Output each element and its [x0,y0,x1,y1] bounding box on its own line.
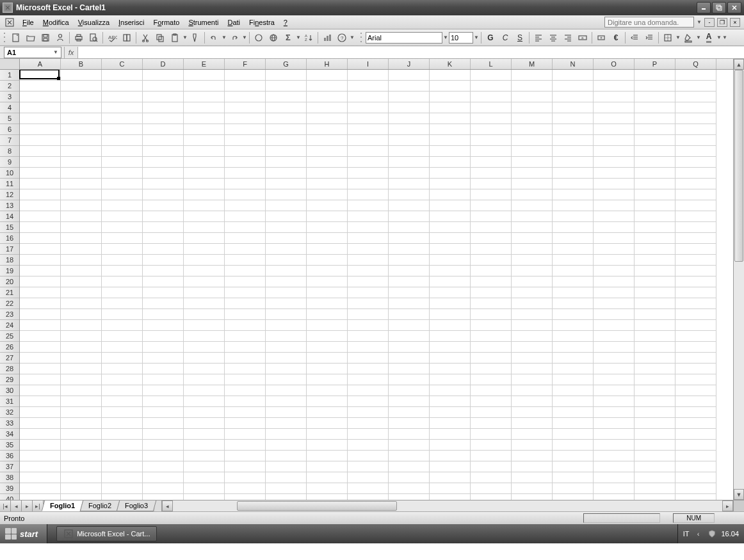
row-header-20[interactable]: 20 [0,276,19,287]
hscroll-track[interactable] [173,500,722,511]
sheet-tab-foglio2[interactable]: Foglio2 [80,500,120,511]
column-header-J[interactable]: J [389,59,430,69]
row-header-33[interactable]: 33 [0,418,19,429]
format-painter-button[interactable] [188,31,202,45]
row-header-11[interactable]: 11 [0,179,19,189]
row-header-7[interactable]: 7 [0,135,19,146]
vertical-scrollbar[interactable]: ▲ ▼ [733,59,744,500]
menu-dati[interactable]: Dati [223,17,245,28]
row-header-14[interactable]: 14 [0,211,19,222]
workbook-icon[interactable] [4,17,15,28]
row-header-23[interactable]: 23 [0,309,19,320]
column-header-D[interactable]: D [143,59,184,69]
column-header-K[interactable]: K [430,59,471,69]
currency-button[interactable] [594,31,608,45]
decrease-indent-button[interactable] [627,31,642,45]
chart-wizard-button[interactable] [320,31,334,45]
tab-nav-prev[interactable]: ◂ [11,500,22,511]
row-header-21[interactable]: 21 [0,287,19,298]
research-button[interactable] [120,31,134,45]
formula-input[interactable] [78,47,744,58]
italic-button[interactable]: C [498,31,512,45]
tray-shield-icon[interactable] [707,529,717,539]
new-button[interactable] [9,31,23,45]
row-header-1[interactable]: 1 [0,70,19,81]
column-header-E[interactable]: E [184,59,225,69]
row-header-15[interactable]: 15 [0,222,19,233]
column-header-N[interactable]: N [553,59,594,69]
autosum-dropdown-icon[interactable]: ▼ [296,35,301,40]
hyperlink-button[interactable] [266,31,280,45]
borders-dropdown-icon[interactable]: ▼ [675,35,681,40]
row-header-38[interactable]: 38 [0,472,19,483]
tray-chevron-icon[interactable]: ‹ [693,529,703,539]
name-box-dropdown-icon[interactable]: ▼ [53,49,58,55]
font-color-button[interactable]: A [702,31,716,45]
formatting-toolbar-grip[interactable] [359,31,363,44]
row-header-10[interactable]: 10 [0,168,19,179]
row-header-6[interactable]: 6 [0,124,19,135]
minimize-button[interactable] [697,2,711,13]
row-header-31[interactable]: 31 [0,396,19,407]
size-dropdown-icon[interactable]: ▼ [474,35,479,40]
row-header-2[interactable]: 2 [0,81,19,92]
bold-button[interactable]: G [483,31,497,45]
column-header-F[interactable]: F [225,59,266,69]
language-indicator[interactable]: IT [683,530,690,538]
row-header-27[interactable]: 27 [0,353,19,364]
name-box[interactable]: A1 ▼ [4,47,61,58]
row-header-26[interactable]: 26 [0,342,19,353]
scroll-right-button[interactable]: ▸ [722,500,733,511]
row-header-25[interactable]: 25 [0,331,19,342]
taskbar-excel-task[interactable]: Microsoft Excel - Cart... [56,526,157,541]
cells-area[interactable] [20,70,733,500]
column-header-Q[interactable]: Q [675,59,716,69]
row-header-24[interactable]: 24 [0,320,19,331]
horizontal-scrollbar[interactable]: ◂ ▸ [161,500,733,511]
menu-strumenti[interactable]: Strumenti [184,17,223,28]
menu-modifica[interactable]: Modifica [38,17,74,28]
column-header-O[interactable]: O [594,59,635,69]
print-preview-button[interactable] [86,31,101,45]
underline-button[interactable]: S [513,31,527,45]
autosum-button[interactable]: Σ [281,31,295,45]
font-name-select[interactable] [366,32,442,44]
row-header-29[interactable]: 29 [0,374,19,385]
redo-button[interactable] [227,31,241,45]
help-search-input[interactable] [604,17,694,28]
menu-file[interactable]: File [18,17,38,28]
undo-button[interactable] [207,31,221,45]
column-header-G[interactable]: G [266,59,307,69]
formatting-toolbar-options[interactable]: ▼ [722,35,727,40]
row-header-28[interactable]: 28 [0,364,19,374]
toolbar-options-dropdown[interactable]: ▼ [350,35,355,40]
save-button[interactable] [38,31,53,45]
vscroll-thumb[interactable] [734,70,743,262]
paste-button[interactable] [168,31,182,45]
scroll-up-button[interactable]: ▲ [734,59,744,70]
column-header-B[interactable]: B [61,59,102,69]
row-header-16[interactable]: 16 [0,233,19,244]
sheet-tab-foglio3[interactable]: Foglio3 [117,500,157,511]
scroll-left-button[interactable]: ◂ [162,500,173,511]
row-header-40[interactable]: 40 [0,494,19,500]
redo-dropdown-icon[interactable]: ▼ [242,35,247,40]
increase-indent-button[interactable] [642,31,656,45]
fill-color-button[interactable] [681,31,695,45]
font-color-dropdown-icon[interactable]: ▼ [716,35,722,40]
maximize-button[interactable] [712,2,726,13]
row-header-18[interactable]: 18 [0,255,19,266]
menu-formato[interactable]: Formato [149,17,184,28]
row-header-32[interactable]: 32 [0,407,19,418]
column-header-M[interactable]: M [512,59,553,69]
row-header-13[interactable]: 13 [0,200,19,211]
taskbar-clock[interactable]: 16.04 [721,530,739,538]
row-header-36[interactable]: 36 [0,451,19,461]
select-all-button[interactable] [0,59,20,69]
font-size-select[interactable] [449,32,473,44]
sheet-tab-foglio1[interactable]: Foglio1 [42,500,84,511]
row-header-9[interactable]: 9 [0,157,19,168]
column-header-P[interactable]: P [635,59,675,69]
row-header-19[interactable]: 19 [0,266,19,276]
vscroll-track[interactable] [734,70,744,489]
